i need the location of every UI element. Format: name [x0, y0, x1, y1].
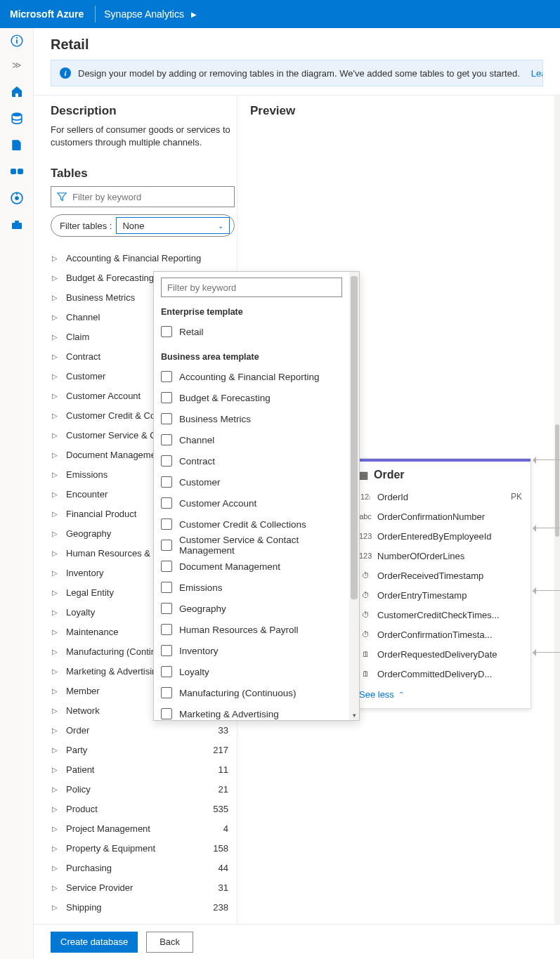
table-row[interactable]: ▷Patient11 [51, 759, 233, 779]
checkbox-icon [161, 603, 172, 614]
table-row[interactable]: ▷Shipping238 [51, 897, 233, 917]
expand-triangle-icon: ▷ [52, 471, 59, 478]
dropdown-scrollbar-arrow-icon[interactable]: ▾ [349, 712, 359, 719]
column-row[interactable]: ⏱CustomerCreditCheckTimes... [351, 605, 530, 625]
home-icon[interactable] [10, 84, 24, 98]
dropdown-filter-wrap[interactable] [161, 278, 342, 297]
dropdown-option-label: Contract [179, 456, 215, 467]
connector-arrow-icon [533, 590, 560, 592]
manage-icon[interactable] [10, 218, 24, 232]
table-row-label: Product [66, 804, 213, 814]
integrate-icon[interactable] [10, 164, 24, 178]
table-row[interactable]: ▷Accounting & Financial Reporting [51, 248, 233, 268]
dropdown-option[interactable]: Geography [161, 598, 342, 619]
dropdown-option[interactable]: Loyalty [161, 661, 342, 682]
expand-triangle-icon: ▷ [52, 667, 59, 675]
expand-triangle-icon: ▷ [52, 707, 59, 715]
dropdown-option[interactable]: Customer Service & Contact Management [161, 535, 342, 556]
table-row[interactable]: ▷Service Provider31 [51, 878, 233, 897]
dropdown-scrollbar[interactable]: ▾ [349, 272, 359, 720]
table-row[interactable]: ▷Product535 [51, 799, 233, 818]
dropdown-option[interactable]: Budget & Forecasting [161, 387, 342, 408]
table-row[interactable]: ▷Party217 [51, 740, 233, 759]
filter-tables-label: Filter tables : [60, 221, 112, 231]
table-row-label: Policy [66, 784, 219, 795]
expand-triangle-icon: ▷ [52, 825, 59, 833]
datatype-icon: 123 [359, 532, 372, 540]
dropdown-option[interactable]: Retail [161, 321, 342, 342]
column-row[interactable]: ⏱OrderEntryTimestamp [351, 585, 530, 605]
dropdown-option[interactable]: Document Management [161, 556, 342, 577]
dropdown-option[interactable]: Emissions [161, 577, 342, 598]
dropdown-option[interactable]: Manufacturing (Continuous) [161, 682, 342, 703]
column-row[interactable]: 🗓OrderCommittedDeliveryD... [351, 664, 530, 684]
expand-triangle-icon: ▷ [52, 569, 59, 577]
table-row-label: Shipping [66, 902, 213, 913]
checkbox-icon [161, 476, 172, 488]
monitor-icon[interactable] [10, 191, 24, 205]
dropdown-option[interactable]: Customer Credit & Collections [161, 514, 342, 535]
table-row-label: Party [66, 745, 213, 755]
back-button[interactable]: Back [146, 932, 193, 953]
dropdown-option-label: Manufacturing (Continuous) [179, 688, 297, 698]
filter-dropdown-popover: Enterprise template Retail Business area… [153, 271, 360, 721]
column-row[interactable]: ⏱OrderReceivedTimestamp [351, 566, 530, 585]
dropdown-option[interactable]: Customer [161, 471, 342, 492]
column-row[interactable]: 123OrderEnteredByEmployeeId [351, 526, 530, 546]
top-header: Microsoft Azure Synapse Analytics ▶ [0, 0, 560, 28]
dropdown-scrollbar-thumb[interactable] [351, 276, 358, 599]
develop-icon[interactable] [10, 138, 24, 152]
expand-triangle-icon: ▷ [52, 589, 59, 596]
table-row[interactable]: ▷Project Management4 [51, 818, 233, 838]
column-row[interactable]: ⏱OrderConfirmationTimesta... [351, 625, 530, 644]
dropdown-option-label: Channel [179, 435, 214, 445]
column-row[interactable]: 🗓OrderRequestedDeliveryDate [351, 644, 530, 664]
dropdown-option[interactable]: Customer Account [161, 492, 342, 514]
column-name: OrderId [377, 492, 505, 502]
datatype-icon: ⏱ [359, 611, 372, 619]
column-row[interactable]: abcOrderConfirmationNumber [351, 507, 530, 526]
expand-triangle-icon: ▷ [52, 785, 59, 793]
dropdown-option[interactable]: Marketing & Advertising [161, 703, 342, 720]
checkbox-icon [161, 326, 172, 337]
expand-triangle-icon: ▷ [52, 530, 59, 537]
table-row[interactable]: ▷Policy21 [51, 779, 233, 799]
see-less-link[interactable]: See less ⌃ [351, 684, 530, 708]
column-row[interactable]: 12ᵢOrderIdPK [351, 487, 530, 507]
data-icon[interactable] [10, 111, 24, 125]
filter-tables-dropdown[interactable]: None ⌄ [116, 217, 230, 234]
dropdown-option[interactable]: Accounting & Financial Reporting [161, 366, 342, 387]
dropdown-option-label: Customer Service & Contact Management [179, 535, 342, 556]
dropdown-filter-input[interactable] [167, 282, 336, 293]
expand-triangle-icon: ▷ [52, 549, 59, 557]
scrollbar-thumb[interactable] [555, 424, 559, 537]
tables-filter-input-wrap[interactable] [51, 186, 235, 207]
dropdown-option[interactable]: Inventory [161, 640, 342, 661]
dropdown-option-label: Retail [179, 327, 204, 337]
checkbox-icon [161, 371, 172, 382]
service-name[interactable]: Synapse Analytics [104, 8, 184, 20]
create-database-button[interactable]: Create database [51, 932, 138, 953]
table-row[interactable]: ▷Purchasing44 [51, 858, 233, 878]
learn-more-link[interactable]: Learn mo [531, 68, 543, 79]
preview-scrollbar[interactable] [554, 96, 560, 924]
dropdown-option[interactable]: Human Resources & Payroll [161, 619, 342, 640]
column-name: OrderCommittedDeliveryD... [377, 669, 516, 679]
column-row[interactable]: 123NumberOfOrderLines [351, 546, 530, 566]
table-row[interactable]: ▷Order33 [51, 720, 233, 740]
dropdown-option[interactable]: Business Metrics [161, 408, 342, 429]
checkbox-icon [161, 687, 172, 698]
tables-filter-input[interactable] [72, 192, 228, 202]
expand-triangle-icon: ▷ [52, 431, 59, 439]
dropdown-option-label: Budget & Forecasting [179, 393, 271, 403]
checkbox-icon [161, 434, 172, 445]
table-row[interactable]: ▷Property & Equipment158 [51, 838, 233, 858]
expand-rail-icon[interactable]: ≫ [10, 58, 24, 72]
dropdown-option[interactable]: Contract [161, 450, 342, 471]
table-row-count: 4 [223, 823, 233, 834]
order-entity-card[interactable]: ▦ Order 12ᵢOrderIdPKabcOrderConfirmation… [350, 458, 531, 709]
dropdown-option[interactable]: Channel [161, 429, 342, 450]
filter-icon [57, 192, 67, 202]
info-icon[interactable] [10, 34, 24, 48]
dropdown-group1-heading: Enterprise template [161, 307, 342, 317]
